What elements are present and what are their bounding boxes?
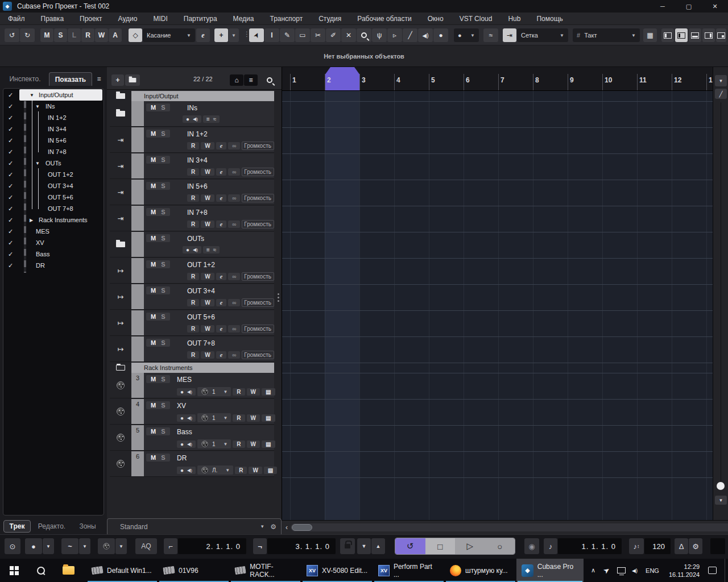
tray-network-icon[interactable] (614, 559, 628, 582)
setup-window-layout-button[interactable] (716, 28, 726, 42)
taskbar-app-default-win[interactable]: Default Win1... (86, 559, 158, 582)
check-icon[interactable]: ✓ (8, 160, 13, 167)
erase-tool[interactable]: ▭ (295, 28, 310, 42)
curve-kind-button[interactable]: ≈ (483, 28, 498, 42)
mute-button[interactable]: M (151, 104, 156, 111)
edit-channel-button[interactable]: e (216, 194, 226, 202)
write-button[interactable]: W (201, 168, 214, 176)
range-selection-tool[interactable]: I (264, 28, 279, 42)
menu-studio[interactable]: Студия (311, 15, 349, 23)
solo-button[interactable]: S (161, 454, 165, 461)
track-color-strip[interactable]: 5 (131, 425, 144, 450)
audio-record-mode-button[interactable]: ~ (61, 538, 78, 554)
chevron-down-icon[interactable]: ▼ (221, 468, 230, 473)
line-tool[interactable]: ╱ (403, 28, 417, 42)
drum-map-icon[interactable]: ▤ (262, 440, 275, 448)
track-color-strip[interactable]: 3 (131, 373, 144, 398)
menu-audio[interactable]: Аудио (110, 15, 146, 23)
start-button[interactable] (0, 559, 27, 582)
solo-button[interactable]: S (161, 261, 165, 268)
expand-icon[interactable]: ▼ (35, 161, 40, 166)
record-enable-icon[interactable]: ● (180, 389, 184, 395)
time-display-options-button[interactable]: ⊙ (5, 538, 20, 554)
visibility-item-out-3-4[interactable]: ✓OUT 3+4 (5, 181, 102, 192)
midi-record-menu[interactable]: ▼ (115, 538, 127, 554)
visibility-item-ins[interactable]: ✓▼INs (5, 101, 102, 113)
keyboard-input-button[interactable]: ▦ (643, 28, 657, 42)
vertical-zoom-track[interactable] (721, 102, 721, 484)
visibility-item-outs[interactable]: ✓▼OUTs (5, 158, 102, 169)
track-name[interactable]: XV (177, 402, 186, 410)
find-track-button[interactable] (263, 74, 276, 86)
check-icon[interactable]: ✓ (8, 171, 13, 178)
check-icon[interactable]: ✓ (8, 126, 13, 133)
solo-button[interactable]: S (161, 376, 165, 383)
freeze-icon[interactable]: ≈ (213, 247, 217, 253)
scroll-down-button[interactable]: ▼ (715, 496, 727, 505)
track-color-strip[interactable] (131, 206, 144, 231)
zoom-tool[interactable] (357, 28, 371, 42)
automation-mode-select[interactable]: Касание▼ (143, 28, 195, 42)
visibility-item-dr[interactable]: ✓DR (5, 260, 102, 272)
visibility-item-in-7-8[interactable]: ✓IN 7+8 (5, 147, 102, 158)
visibility-item-in-3-4[interactable]: ✓IN 3+4 (5, 124, 102, 135)
mute-button[interactable]: M (151, 130, 156, 137)
track-row-outs[interactable]: MSOUTs ●◀)≡≈ (110, 232, 274, 257)
edit-channel-button[interactable]: e (216, 351, 226, 359)
tab-inspector[interactable]: Инспекто. (2, 72, 48, 86)
volume-parameter[interactable]: Громкость (242, 220, 274, 228)
check-icon[interactable]: ✓ (8, 262, 13, 269)
tab-editor[interactable]: Редакто. (33, 520, 71, 533)
read-button[interactable]: R (233, 414, 245, 422)
expand-icon[interactable]: ▼ (35, 104, 40, 109)
monitor-icon[interactable]: ◀) (193, 247, 198, 252)
solo-button[interactable]: S (161, 287, 165, 294)
check-icon[interactable]: ✓ (8, 182, 13, 190)
auto-quantize-button[interactable]: AQ (135, 538, 157, 554)
track-row-ins[interactable]: MSINs ●◀)≡≈ (110, 101, 274, 127)
read-button[interactable]: R (187, 168, 199, 176)
track-row-mes[interactable]: 3 MSMES ●◀)1▼RW▤ (110, 373, 274, 398)
scroll-left-button[interactable]: ‹ (283, 523, 291, 532)
minimize-button[interactable]: ─ (650, 0, 676, 13)
vertical-zoom-thumb[interactable] (717, 482, 725, 490)
track-name[interactable]: IN 3+4 (187, 156, 208, 164)
menu-hub[interactable]: Hub (500, 15, 528, 23)
track-list-options-button[interactable]: ≡ (244, 74, 258, 86)
solo-button[interactable]: S (161, 156, 165, 163)
punch-in-button[interactable]: ▼ (357, 538, 371, 554)
track-name[interactable]: DR (177, 454, 187, 462)
monitor-icon[interactable]: ◀) (187, 442, 192, 447)
visibility-item-in-5-6[interactable]: ✓IN 5+6 (5, 135, 102, 147)
scroll-thumb[interactable] (292, 524, 312, 531)
audio-record-menu[interactable]: ▼ (79, 538, 90, 554)
volume-parameter[interactable]: Громкость (242, 272, 274, 281)
track-row-xv[interactable]: 4 MSXV ●◀)1▼RW▤ (110, 399, 274, 425)
taskbar-app-firefox[interactable]: штурмую ку... (445, 559, 516, 582)
left-zone-button[interactable] (661, 28, 674, 42)
monitor-icon[interactable]: ◀) (187, 415, 192, 421)
visibility-item-out-1-2[interactable]: ✓OUT 1+2 (5, 169, 102, 181)
undo-button[interactable]: ↺ (5, 28, 19, 42)
volume-parameter[interactable]: Громкость (242, 194, 274, 202)
visibility-menu-button[interactable]: ≡ (94, 72, 104, 86)
snap-type-select[interactable]: Сетка▼ (517, 28, 568, 42)
chevron-down-icon[interactable]: ▼ (218, 389, 228, 394)
midi-record-mode-button[interactable] (98, 538, 115, 554)
gear-icon[interactable]: ⚙ (270, 523, 276, 531)
track-folder-header-rack-instruments[interactable]: Rack Instruments (110, 363, 274, 373)
mute-button[interactable]: M (151, 235, 156, 242)
scroll-up-button[interactable]: ▼ (715, 75, 727, 86)
visibility-item-out-5-6[interactable]: ✓OUT 5+6 (5, 192, 102, 203)
check-icon[interactable]: ✓ (8, 228, 13, 235)
routing-icon[interactable]: ≡ (206, 247, 210, 253)
freeze-icon[interactable]: ≈ (213, 116, 217, 122)
split-tool[interactable]: ✂ (311, 28, 325, 42)
play-button[interactable]: ▷ (455, 538, 485, 554)
track-name[interactable]: OUTs (187, 235, 204, 243)
right-zone-button[interactable] (702, 28, 715, 42)
midi-channel-value[interactable]: Л. (212, 467, 217, 473)
automation-panel-button[interactable]: e (196, 28, 210, 42)
track-row-out-1-2[interactable]: ↦ MSOUT 1+2 RWe∞Громкость (110, 258, 274, 284)
record-enable-icon[interactable]: ● (180, 415, 184, 421)
